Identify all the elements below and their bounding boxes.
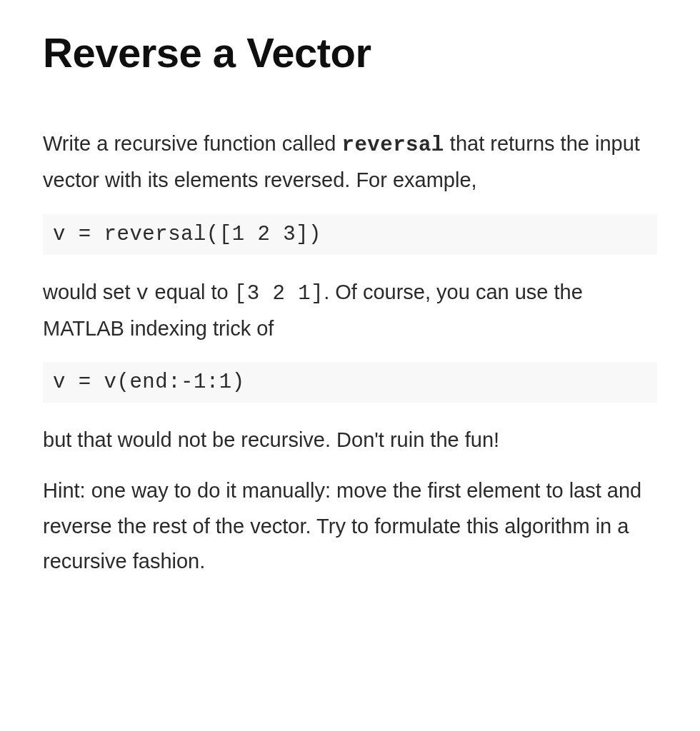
code-example-1: v = reversal([1 2 3]) <box>43 214 657 255</box>
result-text-b: equal to <box>149 281 234 303</box>
result-text-a: would set <box>43 281 136 303</box>
function-name: reversal <box>342 133 444 157</box>
hint-paragraph: Hint: one way to do it manually: move th… <box>43 473 657 579</box>
intro-paragraph: Write a recursive function called revers… <box>43 126 657 198</box>
warning-paragraph: but that would not be recursive. Don't r… <box>43 423 657 458</box>
page-title: Reverse a Vector <box>43 29 657 76</box>
code-example-2: v = v(end:-1:1) <box>43 362 657 403</box>
result-array: [3 2 1] <box>234 282 324 306</box>
variable-v: v <box>136 282 149 306</box>
intro-text-a: Write a recursive function called <box>43 132 342 155</box>
result-paragraph: would set v equal to [3 2 1]. Of course,… <box>43 275 657 347</box>
